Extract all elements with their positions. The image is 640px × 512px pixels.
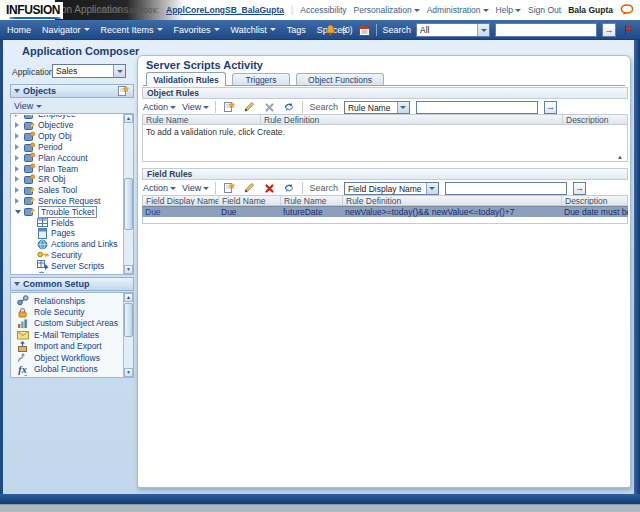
nav-home[interactable]: Home xyxy=(7,25,31,35)
edit-icon[interactable] xyxy=(242,182,256,195)
tree-item-fields[interactable]: Fields xyxy=(12,217,122,228)
expand-icon[interactable] xyxy=(15,176,19,182)
tree-item-actions-links[interactable]: Actions and Links xyxy=(12,239,122,250)
field-rule-row-selected[interactable]: Due Due futureDate newValue>=today()&& n… xyxy=(142,206,628,217)
chat-icon[interactable] xyxy=(620,4,634,17)
tree-item[interactable]: Objective xyxy=(12,120,122,131)
column-header[interactable]: Field Name xyxy=(219,196,281,205)
help-menu[interactable]: Help xyxy=(496,5,521,15)
view-menu[interactable]: View xyxy=(182,102,209,112)
tree-item[interactable]: Service Request xyxy=(12,196,122,207)
expand-icon[interactable] xyxy=(15,115,19,117)
action-menu[interactable]: Action xyxy=(143,102,176,112)
collapse-icon[interactable] xyxy=(15,210,21,214)
personalization-menu[interactable]: Personalization xyxy=(354,5,420,15)
common-item-object-workflows[interactable]: Object Workflows xyxy=(12,352,122,363)
edit-icon[interactable] xyxy=(242,101,256,114)
common-item-import-export[interactable]: Import and Export xyxy=(12,341,122,352)
common-item-relationships[interactable]: Relationships xyxy=(12,295,122,306)
tree-item-selected[interactable]: Trouble Ticket xyxy=(12,206,122,217)
view-menu[interactable]: View xyxy=(182,183,209,193)
dropdown-button[interactable] xyxy=(113,65,125,77)
tab-validation-rules[interactable]: Validation Rules xyxy=(146,72,226,86)
tree-item[interactable]: Opty Obj xyxy=(12,131,122,142)
tree-item-security[interactable]: Security xyxy=(12,250,122,261)
scroll-top-icon[interactable]: ▲ xyxy=(617,154,623,160)
tree-item-server-scripts[interactable]: Server Scripts xyxy=(12,260,122,271)
column-header[interactable]: Rule Name xyxy=(281,196,343,205)
column-header[interactable]: Rule Definition xyxy=(261,115,563,124)
scroll-down-button[interactable]: ▼ xyxy=(124,265,133,274)
expand-icon[interactable] xyxy=(15,122,19,128)
tree-item[interactable]: Plan Team xyxy=(12,163,122,174)
column-header[interactable]: Rule Definition xyxy=(343,196,562,205)
new-object-icon[interactable] xyxy=(116,85,130,98)
dropdown-button[interactable] xyxy=(477,24,489,36)
create-icon[interactable] xyxy=(222,101,236,114)
tree-item[interactable]: Plan Account xyxy=(12,152,122,163)
nav-tags[interactable]: Tags xyxy=(287,25,306,35)
collapse-icon[interactable] xyxy=(14,282,20,286)
column-header[interactable]: Field Display Name xyxy=(143,196,219,205)
calendar-icon[interactable] xyxy=(357,24,371,37)
column-header[interactable]: Description xyxy=(563,115,627,124)
collapse-icon[interactable] xyxy=(14,89,20,93)
common-setup-scrollbar[interactable]: ▲ ▼ xyxy=(123,293,133,377)
common-item-partial[interactable] xyxy=(12,375,122,376)
search-by-select[interactable]: Rule Name xyxy=(344,101,410,114)
search-scope-select[interactable]: All xyxy=(416,23,490,37)
search-go-button[interactable]: → xyxy=(544,101,557,114)
expand-icon[interactable] xyxy=(15,155,19,161)
accessibility-link[interactable]: Accessibility xyxy=(300,5,346,15)
delete-icon[interactable] xyxy=(262,182,276,195)
dropdown-button[interactable] xyxy=(426,183,438,194)
tree-item[interactable]: Period xyxy=(12,142,122,153)
scroll-up-button[interactable]: ▲ xyxy=(124,293,133,302)
application-select[interactable]: Sales xyxy=(52,64,126,78)
refresh-icon[interactable] xyxy=(282,182,296,195)
common-setup-panel-header[interactable]: Common Setup xyxy=(10,277,134,291)
search-go-button[interactable]: → xyxy=(602,23,616,37)
scroll-down-button[interactable]: ▼ xyxy=(124,368,133,377)
sign-out-link[interactable]: Sign Out xyxy=(528,5,561,15)
object-rules-search-input[interactable] xyxy=(416,101,538,114)
expand-icon[interactable] xyxy=(15,133,19,139)
scrollbar-thumb[interactable] xyxy=(124,178,133,230)
expand-icon[interactable] xyxy=(15,144,19,150)
tree-item-label: Opty Obj xyxy=(38,131,72,141)
nav-watchlist[interactable]: Watchlist xyxy=(231,25,276,35)
scrollbar-thumb[interactable] xyxy=(124,303,133,337)
tree-item-pages[interactable]: Pages xyxy=(12,228,122,239)
notifications-bell-icon[interactable] xyxy=(323,24,337,37)
tree-view-menu[interactable]: View xyxy=(10,100,134,112)
nav-favorites[interactable]: Favorites xyxy=(174,25,220,35)
action-menu[interactable]: Action xyxy=(143,183,176,193)
search-by-select[interactable]: Field Display Name xyxy=(344,182,439,195)
tree-scrollbar[interactable]: ▲ ▼ xyxy=(123,114,133,274)
administration-menu[interactable]: Administration xyxy=(427,5,489,15)
objects-panel-header[interactable]: Objects xyxy=(10,84,134,98)
tree-item[interactable]: Sales Tool xyxy=(12,185,122,196)
scroll-up-button[interactable]: ▲ xyxy=(124,114,133,123)
search-go-button[interactable]: → xyxy=(573,182,586,195)
nav-recent-items[interactable]: Recent Items xyxy=(101,25,163,35)
global-search-input[interactable] xyxy=(495,23,597,37)
expand-icon[interactable] xyxy=(15,187,19,193)
column-header[interactable]: Description xyxy=(562,196,627,205)
common-item-role-security[interactable]: Role Security xyxy=(12,306,122,317)
advanced-search-icon[interactable] xyxy=(621,24,635,37)
column-header[interactable]: Rule Name xyxy=(143,115,261,124)
common-item-email-templates[interactable]: E-Mail Templates xyxy=(12,329,122,340)
expand-icon[interactable] xyxy=(15,166,19,172)
create-icon[interactable] xyxy=(222,182,236,195)
session-sandbox-link[interactable]: ApplCoreLongSB_BalaGupta xyxy=(166,5,284,15)
expand-icon[interactable] xyxy=(15,198,19,204)
common-item-global-functions[interactable]: fx Global Functions xyxy=(12,363,122,374)
common-item-custom-subject-areas[interactable]: Custom Subject Areas xyxy=(12,318,122,329)
dropdown-button[interactable] xyxy=(397,102,409,113)
field-rules-search-input[interactable] xyxy=(445,182,567,195)
nav-navigator[interactable]: Navigator xyxy=(42,25,90,35)
refresh-icon[interactable] xyxy=(282,101,296,114)
tree-item[interactable]: SR Obj xyxy=(12,174,122,185)
tree-item-saved-searches[interactable]: Saved Searches xyxy=(12,271,122,273)
